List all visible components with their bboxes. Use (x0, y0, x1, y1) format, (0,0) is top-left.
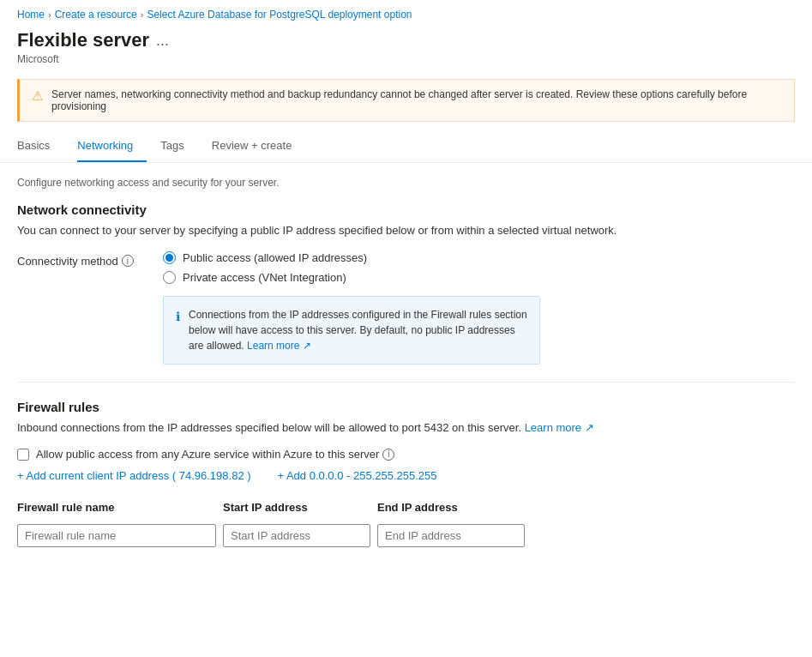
add-range-link[interactable]: + Add 0.0.0.0 - 255.255.255.255 (277, 469, 436, 482)
tab-review-create[interactable]: Review + create (212, 130, 306, 162)
info-box-icon: ℹ (176, 308, 180, 326)
page-title-row: Flexible server ... (17, 29, 795, 51)
page-header: Flexible server ... Microsoft (0, 26, 812, 72)
warning-text: Server names, networking connectivity me… (51, 88, 782, 112)
tab-tags[interactable]: Tags (160, 130, 197, 162)
start-ip-input[interactable] (223, 524, 370, 547)
action-links: + Add current client IP address ( 74.96.… (17, 469, 795, 482)
col-header-name: Firewall rule name (17, 496, 223, 519)
more-options-button[interactable]: ... (156, 32, 169, 50)
firewall-learn-more-link[interactable]: Learn more ↗ (525, 421, 594, 434)
breadcrumb-select-deployment[interactable]: Select Azure Database for PostgreSQL dep… (147, 9, 412, 21)
connectivity-label: Connectivity method i (17, 251, 163, 268)
network-connectivity-title: Network connectivity (17, 202, 795, 217)
connectivity-radio-group: Public access (allowed IP addresses) Pri… (163, 251, 367, 284)
warning-icon: ⚠ (32, 88, 43, 104)
tab-bar: Basics Networking Tags Review + create (0, 130, 812, 163)
firewall-rule-name-cell (17, 524, 223, 547)
firewall-rules-section: Firewall rules Inbound connections from … (17, 400, 795, 548)
breadcrumb-home[interactable]: Home (17, 9, 45, 21)
allow-public-access-checkbox[interactable] (17, 449, 29, 461)
tab-networking[interactable]: Networking (77, 130, 147, 162)
page-title: Flexible server (17, 29, 149, 51)
radio-public-input[interactable] (163, 251, 176, 264)
end-ip-input[interactable] (377, 524, 525, 547)
connectivity-info-icon[interactable]: i (122, 255, 134, 267)
radio-private-input[interactable] (163, 271, 176, 284)
radio-public-access[interactable]: Public access (allowed IP addresses) (163, 251, 367, 264)
breadcrumb-create-resource[interactable]: Create a resource (55, 9, 137, 21)
start-ip-cell (223, 524, 377, 547)
col-header-end-ip: End IP address (377, 496, 532, 519)
firewall-description: Inbound connections from the IP addresse… (17, 419, 795, 437)
firewall-table-row (17, 524, 795, 547)
connectivity-method-row: Connectivity method i Public access (all… (17, 251, 795, 284)
add-client-ip-link[interactable]: + Add current client IP address ( 74.96.… (17, 469, 251, 482)
radio-private-label: Private access (VNet Integration) (183, 271, 346, 284)
end-ip-cell (377, 524, 532, 547)
networking-subtitle: Configure networking access and security… (17, 177, 795, 189)
section-divider (17, 382, 795, 383)
info-box-learn-more-link[interactable]: Learn more ↗ (247, 340, 311, 352)
firewall-rules-title: Firewall rules (17, 400, 795, 414)
col-header-start-ip: Start IP address (223, 496, 377, 519)
allow-public-access-label: Allow public access from any Azure servi… (36, 448, 394, 461)
allow-public-info-icon[interactable]: i (382, 449, 394, 461)
breadcrumb: Home › Create a resource › Select Azure … (0, 0, 812, 26)
firewall-table-header: Firewall rule name Start IP address End … (17, 496, 795, 519)
connectivity-description: You can connect to your server by specif… (17, 222, 795, 239)
allow-public-access-row: Allow public access from any Azure servi… (17, 448, 795, 461)
warning-banner: ⚠ Server names, networking connectivity … (17, 79, 795, 122)
page-publisher: Microsoft (17, 53, 795, 65)
connectivity-info-box: ℹ Connections from the IP addresses conf… (163, 296, 540, 365)
firewall-rule-name-input[interactable] (17, 524, 216, 547)
content-area: Configure networking access and security… (0, 163, 812, 561)
radio-public-label: Public access (allowed IP addresses) (183, 251, 367, 264)
radio-private-access[interactable]: Private access (VNet Integration) (163, 271, 367, 284)
tab-basics[interactable]: Basics (17, 130, 63, 162)
info-box-content: Connections from the IP addresses config… (189, 307, 527, 353)
